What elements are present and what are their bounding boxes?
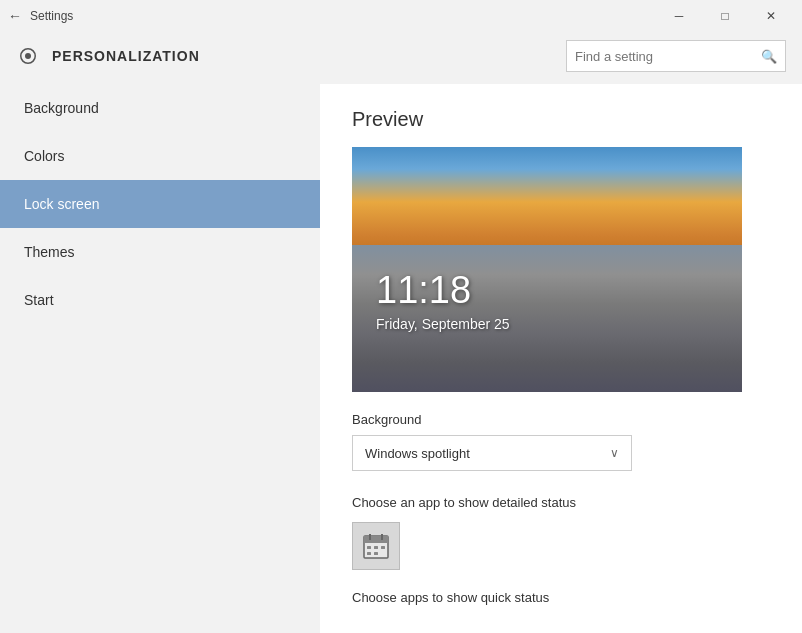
preview-image: 11:18 Friday, September 25 xyxy=(352,147,742,392)
main-layout: Background Colors Lock screen Themes Sta… xyxy=(0,84,802,633)
search-input[interactable] xyxy=(575,49,761,64)
chevron-down-icon: ∨ xyxy=(610,446,619,460)
sidebar-item-label-start: Start xyxy=(24,292,54,308)
header: PERSONALIZATION 🔍 xyxy=(0,32,802,84)
sidebar-item-label-themes: Themes xyxy=(24,244,75,260)
svg-rect-6 xyxy=(374,546,378,549)
sidebar-item-lock-screen[interactable]: Lock screen xyxy=(0,180,320,228)
minimize-button[interactable]: ─ xyxy=(656,0,702,32)
quick-status-label: Choose apps to show quick status xyxy=(352,590,770,605)
lock-screen-preview: 11:18 Friday, September 25 xyxy=(352,147,742,392)
dropdown-value: Windows spotlight xyxy=(365,446,610,461)
sidebar-item-label-lock-screen: Lock screen xyxy=(24,196,99,212)
sidebar-item-label-background: Background xyxy=(24,100,99,116)
sidebar-item-start[interactable]: Start xyxy=(0,276,320,324)
search-box[interactable]: 🔍 xyxy=(566,40,786,72)
background-dropdown[interactable]: Windows spotlight ∨ xyxy=(352,435,632,471)
svg-rect-9 xyxy=(374,552,378,555)
personalization-icon xyxy=(16,44,40,68)
search-icon: 🔍 xyxy=(761,49,777,64)
sidebar-item-background[interactable]: Background xyxy=(0,84,320,132)
titlebar: ← Settings ─ □ ✕ xyxy=(0,0,802,32)
preview-time: 11:18 xyxy=(376,269,471,312)
sidebar-item-themes[interactable]: Themes xyxy=(0,228,320,276)
detailed-status-app-button[interactable] xyxy=(352,522,400,570)
sidebar-item-colors[interactable]: Colors xyxy=(0,132,320,180)
header-title: PERSONALIZATION xyxy=(52,48,554,64)
maximize-button[interactable]: □ xyxy=(702,0,748,32)
preview-sky xyxy=(352,147,742,257)
sidebar: Background Colors Lock screen Themes Sta… xyxy=(0,84,320,633)
svg-rect-5 xyxy=(367,546,371,549)
svg-point-0 xyxy=(25,53,31,59)
close-button[interactable]: ✕ xyxy=(748,0,794,32)
section-title: Preview xyxy=(352,108,770,131)
window-controls: ─ □ ✕ xyxy=(656,0,794,32)
preview-date: Friday, September 25 xyxy=(376,316,510,332)
svg-rect-8 xyxy=(367,552,371,555)
calendar-icon xyxy=(362,532,390,560)
svg-rect-2 xyxy=(364,536,388,543)
content-area: Preview 11:18 Friday, September 25 Backg… xyxy=(320,84,802,633)
back-button[interactable]: ← xyxy=(8,8,22,24)
titlebar-title: Settings xyxy=(30,9,656,23)
detailed-status-label: Choose an app to show detailed status xyxy=(352,495,770,510)
svg-rect-7 xyxy=(381,546,385,549)
sidebar-item-label-colors: Colors xyxy=(24,148,64,164)
background-field-label: Background xyxy=(352,412,770,427)
